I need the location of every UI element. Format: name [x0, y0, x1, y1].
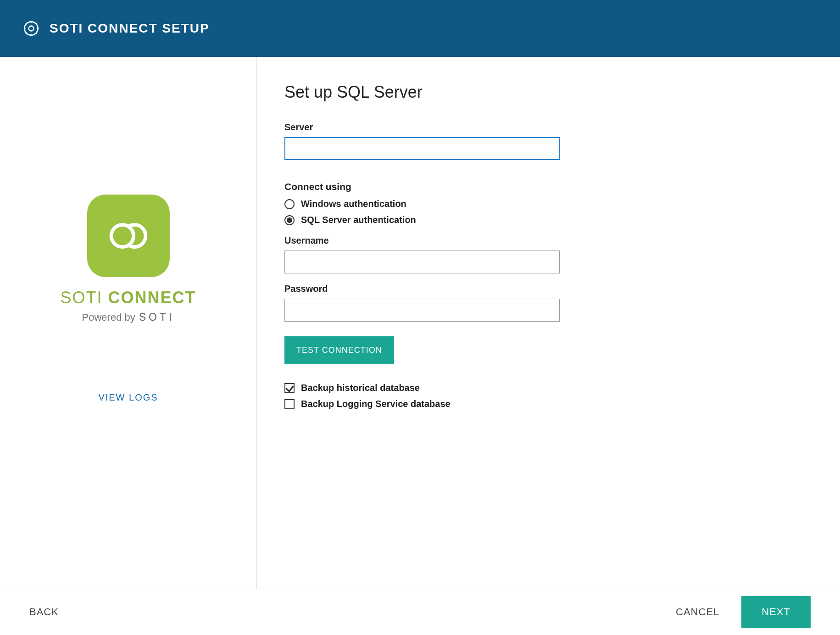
checkbox-backup-logging[interactable]: Backup Logging Service database	[284, 399, 812, 409]
radio-icon	[284, 199, 295, 209]
username-field: Username	[284, 235, 812, 273]
username-input[interactable]	[284, 251, 560, 273]
page-title: Set up SQL Server	[284, 83, 812, 102]
view-logs-link[interactable]: VIEW LOGS	[98, 392, 158, 403]
password-field: Password	[284, 284, 812, 322]
svg-point-2	[111, 225, 133, 247]
logo-text-part1: SOTI	[60, 288, 102, 307]
powered-brand: SOTI	[139, 311, 175, 323]
next-button[interactable]: NEXT	[741, 596, 811, 628]
svg-point-1	[24, 22, 38, 35]
radio-label: Windows authentication	[301, 199, 406, 209]
product-logo: SOTI CONNECT Powered by SOTI	[60, 195, 196, 323]
password-label: Password	[284, 284, 812, 294]
powered-by: Powered by SOTI	[82, 311, 175, 323]
radio-windows-auth[interactable]: Windows authentication	[284, 199, 812, 209]
server-label: Server	[284, 122, 812, 133]
checkbox-label: Backup historical database	[301, 383, 420, 393]
svg-point-0	[29, 26, 34, 31]
radio-label: SQL Server authentication	[301, 215, 416, 225]
cancel-button[interactable]: CANCEL	[676, 606, 719, 618]
test-connection-button[interactable]: TEST CONNECTION	[284, 336, 394, 364]
logo-icon	[87, 195, 170, 277]
password-input[interactable]	[284, 299, 560, 322]
app-header: SOTI CONNECT SETUP	[0, 0, 840, 57]
logo-text: SOTI CONNECT	[60, 288, 196, 307]
powered-prefix: Powered by	[82, 312, 135, 323]
back-button[interactable]: BACK	[29, 606, 59, 618]
server-input[interactable]	[284, 137, 560, 160]
checkbox-icon	[284, 383, 295, 393]
checkbox-label: Backup Logging Service database	[301, 399, 451, 409]
footer: BACK CANCEL NEXT	[0, 589, 840, 635]
radio-sql-auth[interactable]: SQL Server authentication	[284, 215, 812, 225]
app-title: SOTI CONNECT SETUP	[50, 21, 210, 36]
checkbox-backup-historical[interactable]: Backup historical database	[284, 383, 812, 393]
server-field: Server	[284, 122, 812, 160]
gear-icon	[22, 19, 40, 38]
sidebar: SOTI CONNECT Powered by SOTI VIEW LOGS	[0, 57, 257, 589]
username-label: Username	[284, 235, 812, 246]
checkbox-icon	[284, 399, 295, 409]
radio-icon	[284, 215, 295, 225]
connect-using-label: Connect using	[284, 181, 812, 192]
backup-options: Backup historical database Backup Loggin…	[284, 383, 812, 409]
main-area: SOTI CONNECT Powered by SOTI VIEW LOGS S…	[0, 57, 840, 589]
content: Set up SQL Server Server Connect using W…	[257, 57, 840, 589]
logo-text-part2: CONNECT	[108, 288, 196, 307]
